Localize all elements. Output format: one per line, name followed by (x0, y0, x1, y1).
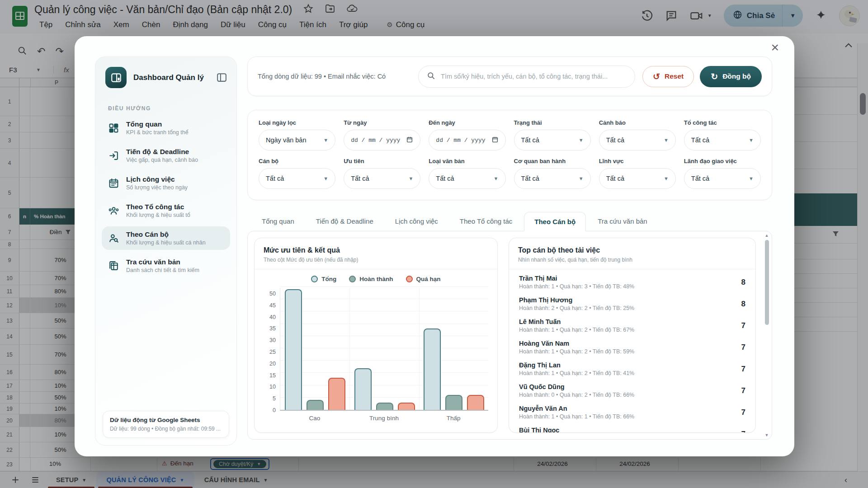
bar-Cao-Quá hạn[interactable] (328, 378, 345, 410)
content-scroll-thumb[interactable] (765, 240, 769, 325)
bar-plot (280, 288, 488, 411)
sidebar-item-title: Theo Cán bộ (126, 230, 206, 239)
tab-ti-n-deadline[interactable]: Tiến độ & Deadline (306, 212, 383, 231)
staff-info: Hoàng Văn NamHoàn thành: 1 • Quá hạn: 2 … (519, 340, 634, 355)
tab-l-ch-c-ng-vi-c[interactable]: Lịch công việc (385, 212, 448, 231)
dashboard-modal: × Dashboard Quản lý ĐIỀU HƯỚNG Tổng quan… (75, 36, 794, 456)
bar-Thấp-Tổng[interactable] (424, 328, 441, 410)
tab-theo-t-c-ng-t-c[interactable]: Theo Tổ công tác (450, 212, 522, 231)
y-tick-label: 10 (269, 384, 276, 390)
bar-Cao-Hoàn thành[interactable] (307, 400, 324, 410)
bar-Thấp-Quá hạn[interactable] (467, 395, 484, 410)
list-item[interactable]: Nguyễn Văn AnHoàn thành: 1 • Quá hạn: 1 … (518, 401, 746, 423)
filter-label: Lĩnh vực (599, 158, 676, 164)
sidebar-item-text: Tiến độ & DeadlineViệc gấp, quá hạn, cản… (126, 148, 198, 163)
sidebar-item-subtitle: Danh sách chi tiết & tìm kiếm (126, 267, 199, 273)
filter-select[interactable]: Tất cả▼ (344, 168, 420, 189)
scroll-up-icon[interactable]: ▲ (765, 233, 769, 238)
filter-select[interactable]: Tất cả▼ (599, 168, 676, 189)
filter-select[interactable]: Tất cả▼ (684, 168, 761, 189)
staff-info: Đặng Thị LanHoàn thành: 1 • Quá hạn: 2 •… (519, 361, 634, 376)
sync-icon: ↻ (711, 71, 718, 82)
sidebar-item-grid[interactable]: Tổng quanKPI & bức tranh tổng thể (102, 116, 230, 140)
dashboard-logo-icon (105, 67, 127, 88)
sync-button[interactable]: ↻Đồng bộ (700, 66, 762, 87)
tab-theo-c-n-b-[interactable]: Theo Cán bộ (524, 212, 586, 231)
x-axis-labels: CaoTrung bìnhThấp (280, 415, 488, 422)
sidebar-item-document[interactable]: Tra cứu văn bảnDanh sách chi tiết & tìm … (102, 254, 230, 277)
staff-stats: Hoàn thành: 1 • Quá hạn: 2 • Tiến độ TB:… (519, 327, 634, 333)
y-tick-label: 20 (269, 361, 276, 367)
filter-c-quan-ban-h-nh: Cơ quan ban hànhTất cả▼ (514, 158, 591, 189)
scroll-down-icon[interactable]: ▼ (765, 433, 769, 437)
staff-info: Trần Thị MaiHoàn thành: 1 • Quá hạn: 3 •… (519, 275, 634, 290)
filter-label: Cảnh báo (599, 119, 676, 126)
bar-Thấp-Hoàn thành[interactable] (445, 395, 462, 410)
close-icon[interactable]: × (771, 41, 779, 54)
list-item[interactable]: Phạm Thị HươngHoàn thành: 2 • Quá hạn: 2… (518, 293, 746, 314)
tab-tra-c-u-v-n-b-n[interactable]: Tra cứu văn bản (588, 212, 657, 231)
staff-count: 7 (741, 343, 745, 352)
filter-select[interactable]: Tất cả▼ (599, 130, 676, 150)
team-icon (107, 205, 120, 216)
filter-select[interactable]: Tất cả▼ (514, 168, 591, 189)
reset-button[interactable]: ↺Reset (642, 66, 694, 87)
staff-name: Trần Thị Mai (519, 275, 634, 282)
staff-info: Nguyễn Văn AnHoàn thành: 1 • Quá hạn: 1 … (519, 405, 634, 420)
filter-select[interactable]: Ngày văn bản▼ (259, 130, 335, 150)
sidebar-item-deadline[interactable]: Tiến độ & DeadlineViệc gấp, quá hạn, cản… (102, 144, 230, 167)
filter-select[interactable]: Tất cả▼ (684, 130, 761, 150)
sidebar-collapse-icon[interactable] (216, 72, 227, 83)
staff-stats: Hoàn thành: 1 • Quá hạn: 2 • Tiến độ TB:… (519, 370, 634, 376)
legend-item-Hoàn thành: Hoàn thành (349, 276, 393, 282)
sidebar-item-team[interactable]: Theo Tổ công tácKhối lượng & hiệu suất t… (102, 199, 230, 222)
sidebar-item-calendar[interactable]: Lịch công việcSố lượng việc theo ngày (102, 171, 230, 195)
bar-Cao-Tổng[interactable] (285, 289, 302, 410)
y-tick-label: 5 (273, 395, 276, 402)
bar-Trung bình-Quá hạn[interactable] (398, 403, 415, 410)
filter-label: Cán bộ (259, 158, 335, 164)
search-icon (427, 71, 435, 82)
filter-select[interactable]: Tất cả▼ (259, 168, 335, 189)
date-input[interactable]: dd / mm / yyyy (429, 130, 505, 150)
top-staff-card: Top cán bộ theo tải việc Nhìn nhanh số v… (509, 238, 756, 433)
list-item[interactable]: Vũ Quốc DũngHoàn thành: 0 • Quá hạn: 2 •… (518, 380, 746, 401)
staff-count: 7 (741, 321, 745, 330)
filter-c-n-b-: Cán bộTất cả▼ (259, 158, 335, 189)
sidebar-item-text: Theo Cán bộKhối lượng & hiệu suất cá nhâ… (126, 230, 206, 246)
list-item[interactable]: Lê Minh TuấnHoàn thành: 1 • Quá hạn: 2 •… (518, 314, 746, 336)
sidebar-item-title: Lịch công việc (126, 175, 188, 183)
filter-l-nh-v-c: Lĩnh vựcTất cả▼ (599, 158, 676, 189)
list-item[interactable]: Bùi Thị NgọcHoàn thành: 0 • Quá hạn: 1 •… (518, 423, 746, 433)
filter-label: Từ ngày (344, 119, 420, 126)
list-subtitle: Nhìn nhanh số việc, quá hạn, tiến độ tru… (518, 257, 746, 263)
list-item[interactable]: Trần Thị MaiHoàn thành: 1 • Quá hạn: 3 •… (518, 271, 746, 293)
filter--n-ng-y: Đến ngàydd / mm / yyyy (429, 119, 505, 150)
filter-select[interactable]: Tất cả▼ (514, 130, 591, 150)
x-tick-label: Cao (280, 415, 349, 422)
sidebar-item-person-search[interactable]: Theo Cán bộKhối lượng & hiệu suất cá nhâ… (102, 226, 230, 250)
y-tick-label: 40 (269, 314, 276, 320)
staff-count: 7 (741, 430, 745, 433)
x-tick-label: Trung bình (349, 415, 419, 422)
staff-name: Đặng Thị Lan (519, 361, 634, 369)
summary-bar: Tổng dòng dữ liệu: 99 • Email nhắc việc:… (247, 56, 772, 96)
list-item[interactable]: Hoàng Văn NamHoàn thành: 1 • Quá hạn: 2 … (518, 336, 746, 358)
staff-info: Lê Minh TuấnHoàn thành: 1 • Quá hạn: 2 •… (519, 318, 634, 333)
date-input[interactable]: dd / mm / yyyy (344, 130, 420, 150)
search-input[interactable]: Tìm số/ký hiệu, trích yếu, cán bộ, tổ cô… (418, 66, 635, 88)
sidebar-item-title: Tổng quan (126, 120, 189, 128)
list-item[interactable]: Đặng Thị LanHoàn thành: 1 • Quá hạn: 2 •… (518, 358, 746, 380)
filter-select[interactable]: Tất cả▼ (429, 168, 505, 189)
staff-info: Phạm Thị HươngHoàn thành: 2 • Quá hạn: 2… (519, 296, 634, 311)
content-scrollbar[interactable]: ▲ ▼ (764, 233, 769, 437)
filter-label: Đến ngày (429, 119, 505, 126)
filter-lo-i-v-n-b-n: Loại văn bảnTất cả▼ (429, 158, 505, 189)
bar-Trung bình-Tổng[interactable] (354, 368, 372, 410)
legend-dot-icon (311, 276, 318, 282)
chevron-down-icon: ▼ (494, 176, 499, 181)
y-tick-label: 0 (273, 407, 276, 413)
sidebar-item-text: Theo Tổ công tácKhối lượng & hiệu suất t… (126, 203, 190, 218)
tab-t-ng-quan[interactable]: Tổng quan (252, 212, 304, 231)
bar-Trung bình-Hoàn thành[interactable] (376, 403, 393, 410)
